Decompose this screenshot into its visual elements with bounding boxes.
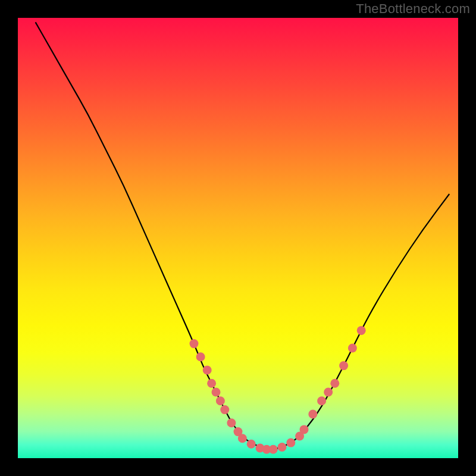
- curve-marker: [207, 379, 216, 388]
- curve-marker: [247, 440, 256, 449]
- curve-marker: [220, 405, 229, 414]
- plot-area: [18, 18, 458, 458]
- curve-overlay: [18, 18, 458, 458]
- bottleneck-curve: [36, 22, 450, 449]
- chart-frame: TheBottleneck.com: [0, 0, 476, 476]
- curve-marker: [216, 396, 225, 405]
- curve-marker: [286, 439, 295, 447]
- curve-marker: [330, 379, 339, 388]
- watermark-text: TheBottleneck.com: [356, 1, 470, 17]
- curve-marker: [269, 445, 278, 454]
- curve-marker: [212, 388, 221, 397]
- curve-marker: [317, 396, 326, 405]
- curve-marker: [203, 366, 212, 375]
- curve-markers: [190, 326, 366, 454]
- curve-marker: [339, 361, 348, 370]
- curve-marker: [324, 388, 333, 397]
- curve-marker: [196, 352, 205, 361]
- curve-marker: [227, 418, 236, 427]
- curve-marker: [348, 344, 357, 353]
- curve-marker: [308, 410, 317, 419]
- curve-marker: [278, 443, 287, 452]
- curve-marker: [300, 425, 309, 434]
- curve-marker: [357, 326, 366, 335]
- curve-marker: [190, 339, 199, 348]
- curve-marker: [238, 434, 247, 443]
